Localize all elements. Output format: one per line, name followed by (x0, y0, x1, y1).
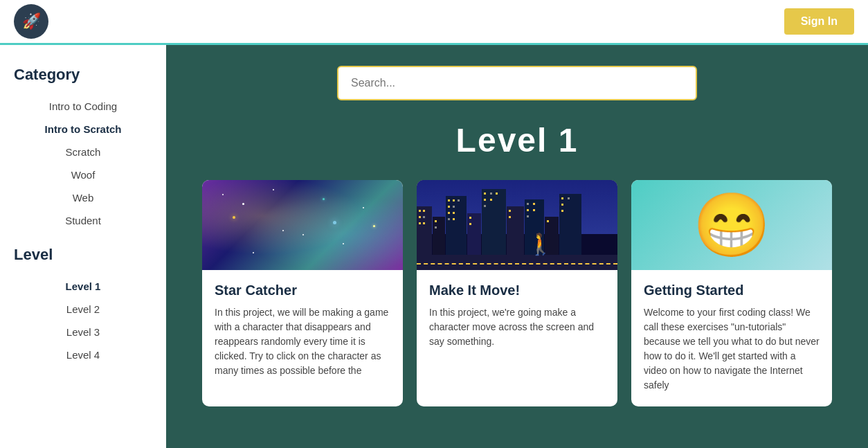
emoji-icon: 😁 (693, 189, 770, 262)
card-star-catcher: Star Catcher In this project, we will be… (202, 180, 403, 406)
sidebar-item-level1[interactable]: Level 1 (14, 275, 152, 298)
card-image-galaxy (202, 180, 403, 270)
sign-in-button[interactable]: Sign In (784, 8, 854, 35)
level-title: Level (14, 246, 152, 264)
sidebar-item-scratch[interactable]: Scratch (14, 141, 152, 163)
sidebar-item-level3[interactable]: Level 3 (14, 321, 152, 343)
sidebar-item-level4[interactable]: Level 4 (14, 343, 152, 366)
card-body: Make It Move! In this project, we're goi… (417, 270, 617, 363)
card-desc: In this project, we're going make a char… (429, 305, 605, 349)
main-content: Level 1 (166, 45, 868, 448)
sidebar-divider: Level (14, 246, 152, 264)
category-title: Category (14, 66, 152, 84)
sidebar-item-woof[interactable]: Woof (14, 163, 152, 186)
sidebar-item-web[interactable]: Web (14, 186, 152, 209)
card-image-emoji: 😁 (631, 180, 832, 270)
sidebar-item-intro-scratch[interactable]: Intro to Scratch (14, 118, 152, 141)
card-image-city: 🚶 (417, 180, 617, 270)
card-body: Star Catcher In this project, we will be… (202, 270, 403, 392)
sidebar-item-level2[interactable]: Level 2 (14, 298, 152, 321)
card-title: Star Catcher (215, 283, 390, 298)
card-body: Getting Started Welcome to your first co… (631, 270, 832, 406)
main-layout: Category Intro to Coding Intro to Scratc… (0, 45, 868, 448)
card-make-it-move: 🚶 Make It Move! In this project, we're g… (417, 180, 617, 406)
card-desc: In this project, we will be making a gam… (215, 305, 390, 378)
logo-icon[interactable]: 🚀 (14, 4, 48, 39)
level-heading: Level 1 (194, 121, 840, 159)
sidebar-item-student[interactable]: Student (14, 209, 152, 232)
card-title: Make It Move! (429, 283, 605, 298)
header: 🚀 Sign In (0, 0, 868, 45)
search-input[interactable] (337, 66, 697, 100)
search-container (194, 66, 840, 100)
card-title: Getting Started (644, 283, 820, 298)
cards-container: Star Catcher In this project, we will be… (194, 180, 840, 406)
card-desc: Welcome to your first coding class! We c… (644, 305, 820, 393)
card-getting-started: 😁 Getting Started Welcome to your first … (631, 180, 832, 406)
sidebar: Category Intro to Coding Intro to Scratc… (0, 45, 166, 448)
sidebar-item-intro-coding[interactable]: Intro to Coding (14, 95, 152, 118)
